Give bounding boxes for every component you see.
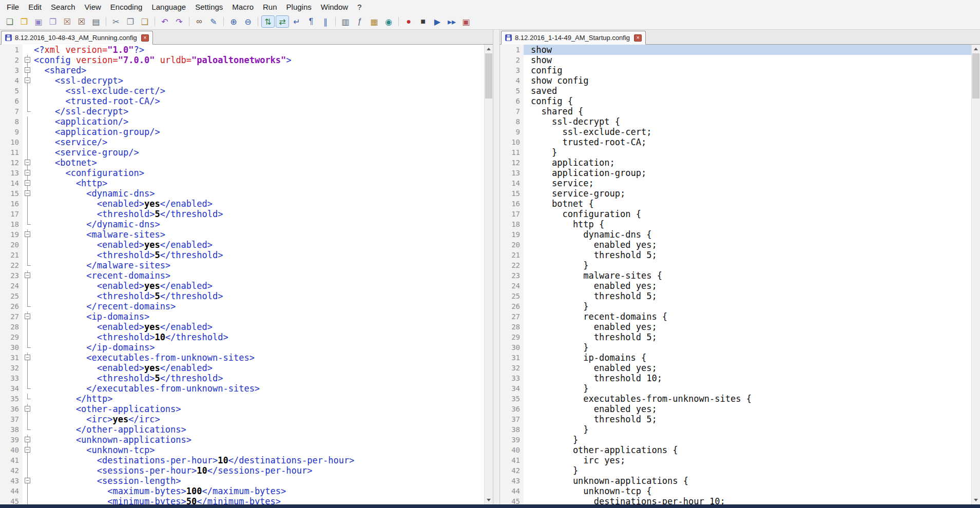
code-text[interactable]: <recent-domains> <box>33 270 170 281</box>
line-text[interactable]: recent-domains { <box>524 311 971 322</box>
save-icon[interactable]: ▣ <box>32 15 45 28</box>
menu-item-run[interactable]: Run <box>258 0 282 14</box>
line-number[interactable]: 41 <box>500 455 524 465</box>
line-number[interactable]: 1 <box>0 45 23 55</box>
line-text[interactable]: dynamic-dns { <box>524 229 971 240</box>
line-number[interactable]: 31 <box>0 353 23 363</box>
fold-collapse-button[interactable] <box>23 75 33 86</box>
line-text[interactable]: executables-from-unknown-sites { <box>524 394 971 404</box>
fold-collapse-button[interactable] <box>23 168 33 178</box>
line-text[interactable]: } <box>524 147 971 158</box>
line-number[interactable]: 30 <box>500 342 524 353</box>
macro-run-multiple-icon[interactable]: ▸▸ <box>445 15 458 28</box>
line-number[interactable]: 5 <box>0 86 23 96</box>
document-map-icon[interactable]: ▥ <box>339 15 352 28</box>
cut-icon[interactable]: ✂ <box>109 15 123 28</box>
code-text[interactable]: <enabled>yes</enabled> <box>33 322 213 332</box>
code-text[interactable]: <ssl-exclude-cert/> <box>33 86 165 96</box>
line-number[interactable]: 17 <box>0 209 23 219</box>
line-number[interactable]: 3 <box>500 65 524 75</box>
line-text[interactable]: ssl-exclude-cert; <box>524 127 971 137</box>
line-number[interactable]: 11 <box>500 147 524 158</box>
code-text[interactable]: <service-group/> <box>33 147 139 158</box>
line-number[interactable]: 22 <box>0 260 23 270</box>
line-number[interactable]: 12 <box>500 158 524 168</box>
close-all-icon[interactable]: ☒ <box>75 15 88 28</box>
line-text[interactable]: show config <box>524 75 971 86</box>
line-number[interactable]: 37 <box>500 414 524 424</box>
line-number[interactable]: 15 <box>0 188 23 199</box>
line-number[interactable]: 38 <box>0 424 23 435</box>
line-number[interactable]: 12 <box>0 158 23 168</box>
fold-collapse-button[interactable] <box>23 476 33 486</box>
line-text[interactable]: unknown-tcp { <box>524 486 971 496</box>
line-text[interactable]: malware-sites { <box>524 270 971 281</box>
line-number[interactable]: 38 <box>500 424 524 435</box>
close-icon[interactable]: ☒ <box>61 15 74 28</box>
fold-collapse-button[interactable] <box>23 178 33 188</box>
line-number[interactable]: 25 <box>0 291 23 301</box>
fold-collapse-button[interactable] <box>23 435 33 445</box>
line-number[interactable]: 9 <box>500 127 524 137</box>
line-text[interactable]: http { <box>524 219 971 229</box>
selected-line[interactable]: show <box>524 45 971 55</box>
macro-save-icon[interactable]: ▣ <box>459 15 473 28</box>
line-text[interactable]: threshold 5; <box>524 332 971 342</box>
fold-collapse-button[interactable] <box>23 311 33 322</box>
copy-icon[interactable]: ❐ <box>124 15 137 28</box>
sync-vertical-scroll-icon[interactable]: ⇅ <box>261 15 275 28</box>
tab-close-icon[interactable]: × <box>634 34 642 42</box>
line-text[interactable]: threshold 10; <box>524 373 971 383</box>
line-text[interactable]: show <box>524 55 971 65</box>
code-text[interactable]: </ssl-decrypt> <box>33 106 128 116</box>
fold-collapse-button[interactable] <box>23 158 33 168</box>
fold-collapse-button[interactable] <box>23 353 33 363</box>
code-text[interactable]: <minimum-bytes>50</minimum-bytes> <box>33 496 281 504</box>
menu-item-view[interactable]: View <box>80 0 106 14</box>
paste-icon[interactable]: ❑ <box>138 15 151 28</box>
code-text[interactable]: <configuration> <box>33 168 144 178</box>
code-text[interactable]: <unknown-tcp> <box>33 445 155 455</box>
macro-stop-icon[interactable]: ■ <box>416 15 430 28</box>
line-number[interactable]: 23 <box>500 270 524 281</box>
line-number[interactable]: 29 <box>500 332 524 342</box>
tab-startup-config[interactable]: 8.12.2016_1-14-49_AM_Startup.config × <box>501 31 646 45</box>
menu-item-window[interactable]: Window <box>316 0 353 14</box>
code-text[interactable]: <threshold>10</threshold> <box>33 332 228 342</box>
line-text[interactable]: } <box>524 424 971 435</box>
fold-collapse-button[interactable] <box>23 270 33 281</box>
code-text[interactable]: <other-applications> <box>33 404 181 414</box>
line-number[interactable]: 42 <box>0 465 23 476</box>
menu-item-macro[interactable]: Macro <box>227 0 258 14</box>
code-text[interactable]: <application/> <box>33 116 128 127</box>
line-text[interactable]: enabled yes; <box>524 240 971 250</box>
line-number[interactable]: 28 <box>0 322 23 332</box>
line-number[interactable]: 25 <box>500 291 524 301</box>
line-number[interactable]: 18 <box>500 219 524 229</box>
code-text[interactable]: </executables-from-unknown-sites> <box>33 383 260 394</box>
left-vertical-scrollbar[interactable] <box>484 45 493 504</box>
scroll-down-icon[interactable] <box>972 496 980 504</box>
line-number[interactable]: 35 <box>0 394 23 404</box>
fold-collapse-button[interactable] <box>23 229 33 240</box>
line-number[interactable]: 34 <box>0 383 23 394</box>
line-number[interactable]: 44 <box>500 486 524 496</box>
line-number[interactable]: 43 <box>0 476 23 486</box>
zoom-in-icon[interactable]: ⊕ <box>227 15 240 28</box>
code-text[interactable]: <threshold>5</threshold> <box>33 373 223 383</box>
code-text[interactable]: <trusted-root-CA/> <box>33 96 160 106</box>
menu-item-file[interactable]: File <box>2 0 24 14</box>
line-number[interactable]: 20 <box>500 240 524 250</box>
line-number[interactable]: 7 <box>0 106 23 116</box>
code-text[interactable]: <unknown-applications> <box>33 435 191 445</box>
tab-running-config[interactable]: 8.12.2016_10-48-43_AM_Running.config × <box>1 31 153 45</box>
line-number[interactable]: 18 <box>0 219 23 229</box>
code-text[interactable]: <service/> <box>33 137 107 147</box>
line-text[interactable]: botnet { <box>524 199 971 209</box>
line-text[interactable]: service; <box>524 178 971 188</box>
line-text[interactable]: application-group; <box>524 168 971 178</box>
line-number[interactable]: 17 <box>500 209 524 219</box>
save-all-icon[interactable]: ❐ <box>46 15 60 28</box>
code-text[interactable]: <maximum-bytes>100</maximum-bytes> <box>33 486 286 496</box>
line-text[interactable]: configuration { <box>524 209 971 219</box>
